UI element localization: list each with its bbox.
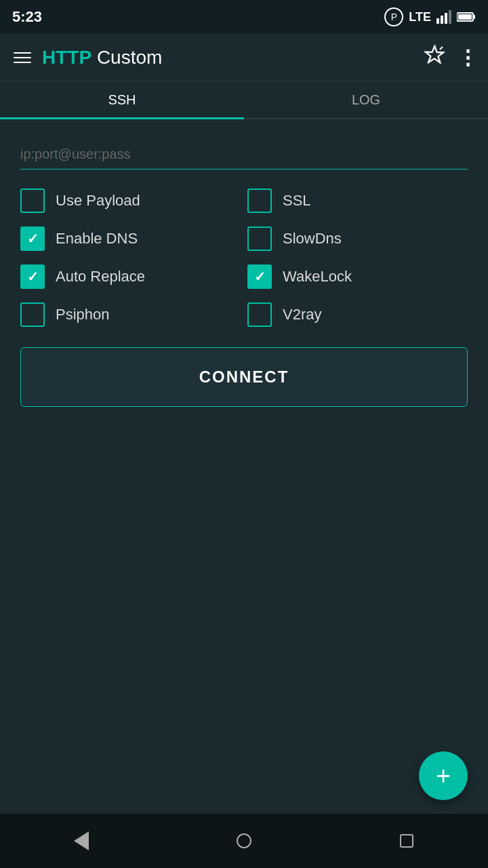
svg-rect-1 — [441, 16, 443, 24]
app-bar: HTTP Custom ⋮ — [0, 34, 488, 81]
status-icons: P LTE — [384, 7, 476, 26]
tabs: SSH LOG — [0, 81, 488, 119]
svg-rect-6 — [458, 14, 472, 20]
fab-plus-icon: + — [436, 763, 451, 789]
nav-bar — [0, 814, 488, 868]
main-content: ✓ Use Payload ✓ SSL ✓ Enable DNS ✓ SlowD… — [0, 119, 488, 420]
checkboxes-grid: ✓ Use Payload ✓ SSL ✓ Enable DNS ✓ SlowD… — [20, 189, 468, 327]
checkbox-box-psiphon: ✓ — [20, 302, 45, 327]
status-bar: 5:23 P LTE — [0, 0, 488, 34]
fab-add-button[interactable]: + — [419, 751, 468, 800]
checkbox-box-enable-dns: ✓ — [20, 226, 45, 251]
signal-icon — [436, 10, 451, 24]
app-bar-right: ⋮ — [424, 44, 477, 71]
checkbox-enable-dns[interactable]: ✓ Enable DNS — [20, 226, 241, 251]
checkbox-box-ssl: ✓ — [247, 189, 272, 213]
ssh-input-container — [20, 140, 468, 170]
nav-back-button[interactable] — [69, 829, 94, 853]
svg-rect-2 — [445, 13, 447, 24]
tab-ssh[interactable]: SSH — [0, 81, 244, 118]
tab-log[interactable]: LOG — [244, 81, 488, 118]
app-title-http: HTTP — [42, 47, 92, 68]
checkbox-psiphon[interactable]: ✓ Psiphon — [20, 302, 241, 327]
star-icon[interactable] — [424, 44, 445, 71]
checkmark-enable-dns: ✓ — [27, 231, 39, 247]
svg-rect-5 — [473, 15, 475, 19]
label-use-payload: Use Payload — [56, 192, 140, 210]
label-psiphon: Psiphon — [56, 306, 110, 323]
app-bar-left: HTTP Custom — [11, 47, 162, 68]
lte-label: LTE — [409, 10, 431, 24]
checkmark-auto-replace: ✓ — [27, 269, 39, 285]
recent-icon — [400, 834, 413, 848]
nav-home-button[interactable] — [232, 829, 256, 853]
pocket-icon: P — [384, 7, 403, 26]
back-icon — [74, 831, 89, 850]
home-icon — [237, 833, 251, 848]
label-slow-dns: SlowDns — [283, 230, 342, 248]
ssh-input[interactable] — [20, 140, 468, 170]
checkbox-ssl[interactable]: ✓ SSL — [247, 189, 468, 213]
label-auto-replace: Auto Replace — [56, 268, 145, 285]
svg-rect-0 — [436, 18, 439, 24]
label-wakelock: WakeLock — [283, 268, 352, 285]
checkbox-wakelock[interactable]: ✓ WakeLock — [247, 264, 468, 289]
checkbox-box-v2ray: ✓ — [247, 302, 272, 327]
checkbox-box-wakelock: ✓ — [247, 264, 272, 289]
checkbox-box-auto-replace: ✓ — [20, 264, 45, 289]
checkbox-slow-dns[interactable]: ✓ SlowDns — [247, 226, 468, 251]
checkbox-box-slow-dns: ✓ — [247, 226, 272, 251]
app-title: HTTP Custom — [42, 47, 162, 68]
checkbox-v2ray[interactable]: ✓ V2ray — [247, 302, 468, 327]
checkmark-wakelock: ✓ — [254, 269, 266, 285]
connect-button[interactable]: CONNECT — [20, 347, 468, 407]
label-enable-dns: Enable DNS — [56, 230, 138, 248]
svg-line-8 — [440, 47, 443, 50]
status-time: 5:23 — [12, 8, 42, 26]
nav-recent-button[interactable] — [394, 829, 419, 853]
battery-icon — [457, 12, 476, 22]
checkbox-auto-replace[interactable]: ✓ Auto Replace — [20, 264, 241, 289]
more-icon[interactable]: ⋮ — [458, 45, 477, 69]
app-title-custom: Custom — [92, 47, 162, 68]
label-ssl: SSL — [283, 192, 311, 210]
hamburger-icon[interactable] — [11, 50, 34, 66]
label-v2ray: V2ray — [283, 306, 321, 323]
svg-rect-3 — [449, 10, 451, 24]
checkbox-use-payload[interactable]: ✓ Use Payload — [20, 189, 241, 213]
checkbox-box-use-payload: ✓ — [20, 189, 45, 213]
